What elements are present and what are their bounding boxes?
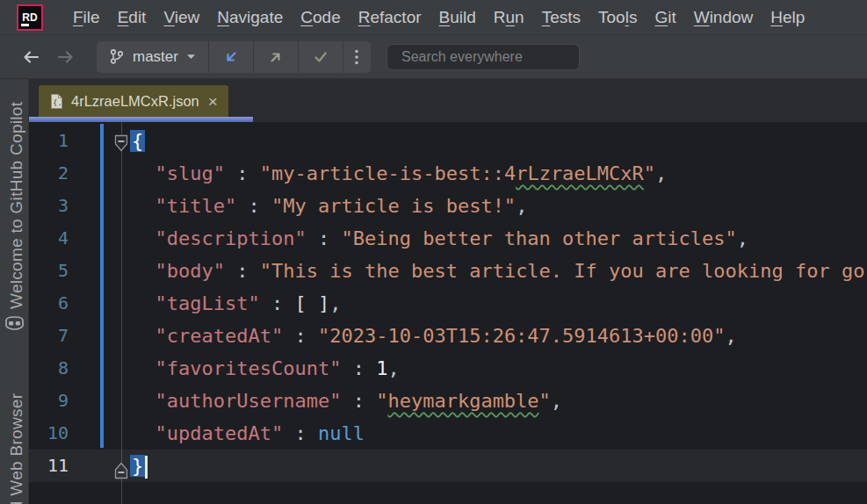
code-lines: 1{2 "slug" : "my-article-is-best::4rLzra… xyxy=(29,122,867,482)
commit-check-icon xyxy=(312,48,329,66)
menu-item-file[interactable]: File xyxy=(64,0,109,35)
menu-item-code[interactable]: Code xyxy=(292,0,349,35)
title-bar: RD FileEditViewNavigateCodeRefactorBuild… xyxy=(0,0,867,35)
push-arrow-icon xyxy=(267,48,285,66)
github-copilot-icon[interactable] xyxy=(4,316,25,334)
code-text[interactable]: "authorUsername" : "heymarkgamble", xyxy=(69,385,562,417)
code-line[interactable]: 11} xyxy=(29,450,867,482)
vcs-more-button[interactable] xyxy=(343,41,371,73)
line-number[interactable]: 5 xyxy=(29,255,69,287)
code-text[interactable]: "description" : "Being better than other… xyxy=(69,222,748,255)
chevron-down-icon xyxy=(186,54,196,60)
more-vertical-dots-icon xyxy=(354,48,359,66)
code-text[interactable]: "tagList" : [ ], xyxy=(69,287,341,320)
code-text[interactable]: "title" : "My article is best!", xyxy=(69,190,527,222)
text-caret xyxy=(145,456,148,479)
code-line[interactable]: 1{ xyxy=(29,125,867,157)
line-number[interactable]: 6 xyxy=(29,287,69,320)
git-branch-button[interactable]: master xyxy=(97,41,208,73)
menubar: FileEditViewNavigateCodeRefactorBuildRun… xyxy=(64,0,813,35)
line-number[interactable]: 8 xyxy=(29,352,69,385)
line-number[interactable]: 7 xyxy=(29,320,69,352)
json-file-icon: {.. xyxy=(49,93,64,110)
vcs-widget: master xyxy=(97,41,371,73)
rider-logo-icon: RD xyxy=(17,4,43,31)
editor-tab-active[interactable]: {.. 4rLzraeLMCxR.json × xyxy=(39,85,228,117)
toolwindow-copilot-button[interactable]: Welcome to GitHub Copilot xyxy=(7,102,26,309)
code-text[interactable]: "slug" : "my-article-is-best::4rLzraeLMC… xyxy=(69,157,667,190)
code-line[interactable]: 4 "description" : "Being better than oth… xyxy=(29,222,867,255)
menu-item-edit[interactable]: Edit xyxy=(109,0,155,35)
line-number[interactable]: 3 xyxy=(29,190,69,222)
menu-item-build[interactable]: Build xyxy=(430,0,485,35)
code-text[interactable]: { xyxy=(69,125,143,157)
menu-item-git[interactable]: Git xyxy=(646,0,684,35)
search-everywhere-box[interactable] xyxy=(387,44,580,70)
toolwindow-bar: Welcome to GitHub Copilot ed Web Browser xyxy=(0,79,29,504)
arrow-left-icon xyxy=(21,48,40,66)
code-text[interactable]: } xyxy=(69,450,148,482)
menu-item-help[interactable]: Help xyxy=(762,0,813,35)
line-number[interactable]: 2 xyxy=(29,157,69,190)
forward-button[interactable] xyxy=(54,46,77,68)
code-line[interactable]: 10 "updatedAt" : null xyxy=(29,417,867,450)
commit-button[interactable] xyxy=(298,41,343,73)
code-line[interactable]: 7 "createdAt" : "2023-10-03T15:26:47.591… xyxy=(29,320,867,352)
code-line[interactable]: 5 "body" : "This is the best article. If… xyxy=(29,255,867,287)
line-number[interactable]: 9 xyxy=(29,385,69,417)
menu-item-refactor[interactable]: Refactor xyxy=(350,0,430,35)
line-number[interactable]: 4 xyxy=(29,222,69,255)
tab-close-icon[interactable]: × xyxy=(208,93,218,110)
svg-text:{..: {.. xyxy=(53,98,64,107)
search-everywhere-input[interactable] xyxy=(401,49,583,65)
code-line[interactable]: 9 "authorUsername" : "heymarkgamble", xyxy=(29,385,867,417)
menu-item-tests[interactable]: Tests xyxy=(533,0,589,35)
menu-item-navigate[interactable]: Navigate xyxy=(208,0,292,35)
code-text[interactable]: "updatedAt" : null xyxy=(69,417,365,450)
main-toolbar: master xyxy=(0,35,867,79)
line-number[interactable]: 10 xyxy=(29,417,69,450)
tab-filename: 4rLzraeLMCxR.json xyxy=(71,93,199,110)
editor-tab-bar: {.. 4rLzraeLMCxR.json × xyxy=(29,79,867,122)
git-branch-name: master xyxy=(133,48,178,66)
menu-item-view[interactable]: View xyxy=(155,0,208,35)
code-line[interactable]: 8 "favoritesCount" : 1, xyxy=(29,352,867,385)
arrow-right-icon xyxy=(56,48,76,66)
code-line[interactable]: 3 "title" : "My article is best!", xyxy=(29,190,867,222)
line-number[interactable]: 1 xyxy=(29,125,69,157)
code-text[interactable]: "body" : "This is the best article. If y… xyxy=(69,255,864,287)
menu-item-run[interactable]: Run xyxy=(485,0,533,35)
menu-item-tools[interactable]: Tools xyxy=(589,0,646,35)
code-text[interactable]: "createdAt" : "2023-10-03T15:26:47.59146… xyxy=(69,320,737,352)
rider-window: RD FileEditViewNavigateCodeRefactorBuild… xyxy=(0,0,867,504)
toolwindow-web-browser-button[interactable]: ed Web Browser xyxy=(7,393,26,504)
update-project-button[interactable] xyxy=(208,41,253,73)
back-button[interactable] xyxy=(19,46,42,68)
push-button[interactable] xyxy=(253,41,298,73)
line-number[interactable]: 11 xyxy=(29,450,69,482)
git-branch-icon xyxy=(109,48,125,65)
code-editor[interactable]: 1{2 "slug" : "my-article-is-best::4rLzra… xyxy=(29,122,867,504)
menu-item-window[interactable]: Window xyxy=(685,0,762,35)
update-project-arrow-icon xyxy=(222,48,240,66)
code-text[interactable]: "favoritesCount" : 1, xyxy=(69,352,400,385)
code-line[interactable]: 2 "slug" : "my-article-is-best::4rLzraeL… xyxy=(29,157,867,190)
code-line[interactable]: 6 "tagList" : [ ], xyxy=(29,287,867,320)
